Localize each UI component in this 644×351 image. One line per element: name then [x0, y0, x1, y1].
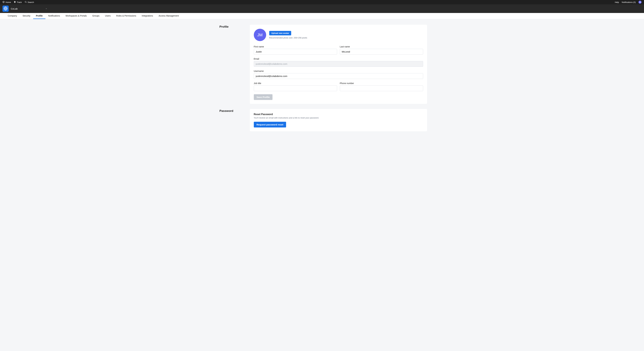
- cube-icon: [2, 1, 5, 4]
- globe-icon: [4, 6, 8, 11]
- last-name-label: Last name: [340, 46, 423, 48]
- profile-card: JM Upload new avatar Recommended photo s…: [250, 25, 427, 104]
- email-label: Email: [254, 58, 423, 60]
- nav-track-label: Track: [17, 1, 22, 4]
- request-password-reset-button[interactable]: Request password reset: [254, 122, 286, 128]
- nav-track[interactable]: Track: [14, 1, 22, 4]
- phone-input[interactable]: [340, 86, 423, 91]
- app-header: CoLab: [0, 4, 644, 13]
- nav-search[interactable]: Search: [24, 1, 34, 4]
- svg-point-0: [25, 1, 26, 2]
- app-name: CoLab: [11, 8, 18, 10]
- last-name-input[interactable]: [340, 49, 423, 54]
- upload-hint: Recommended photo size: 256×256 pixels: [269, 36, 307, 39]
- user-avatar-small[interactable]: JM: [638, 0, 642, 4]
- nav-notifications[interactable]: Notifications (0): [622, 1, 636, 4]
- avatar-initials: JM: [639, 2, 641, 3]
- reset-password-heading: Reset Password: [254, 113, 423, 116]
- tab-security[interactable]: Security: [20, 13, 33, 19]
- first-name-input[interactable]: [254, 49, 337, 54]
- username-input[interactable]: [254, 73, 423, 79]
- app-switcher[interactable]: CoLab: [11, 8, 47, 10]
- chevron-down-icon: [46, 8, 47, 10]
- password-section-title: Password: [217, 109, 245, 112]
- search-icon: [24, 1, 27, 4]
- stack-icon: [14, 1, 16, 4]
- user-avatar-large: JM: [254, 29, 266, 41]
- nav-notifications-label: Notifications (0): [622, 1, 636, 4]
- username-label: Username: [254, 70, 423, 72]
- tab-access-management[interactable]: Access Management: [156, 13, 182, 19]
- tab-users[interactable]: Users: [102, 13, 114, 19]
- avatar-row: JM Upload new avatar Recommended photo s…: [254, 29, 423, 41]
- job-title-label: Job title: [254, 82, 337, 84]
- avatar-large-initials: JM: [257, 32, 262, 38]
- profile-section-title: Profile: [217, 25, 245, 28]
- upload-avatar-button[interactable]: Upload new avatar: [269, 31, 291, 36]
- nav-help[interactable]: Help: [615, 1, 619, 4]
- job-title-input[interactable]: [254, 86, 337, 91]
- save-profile-button: Save Profile: [254, 94, 273, 100]
- password-section: Password Reset Password You'll receive a…: [217, 109, 427, 132]
- tab-company[interactable]: Company: [5, 13, 20, 19]
- tab-workspaces-portals[interactable]: Workspaces & Portals: [63, 13, 90, 19]
- nav-search-label: Search: [28, 1, 34, 4]
- tab-notifications[interactable]: Notifications: [46, 13, 63, 19]
- tab-profile[interactable]: Profile: [33, 13, 46, 19]
- app-logo[interactable]: [2, 6, 9, 12]
- nav-help-label: Help: [615, 1, 619, 4]
- reset-password-subtext: You'll receive an email with instruction…: [254, 117, 423, 119]
- content-area: Profile JM Upload new avatar Recommended…: [217, 19, 427, 142]
- tab-integrations[interactable]: Integrations: [139, 13, 156, 19]
- email-input: [254, 61, 423, 67]
- profile-section: Profile JM Upload new avatar Recommended…: [217, 25, 427, 104]
- first-name-label: First name: [254, 46, 337, 48]
- tab-groups[interactable]: Groups: [90, 13, 102, 19]
- nav-tabs: Company Security Profile Notifications W…: [0, 13, 644, 19]
- tab-roles-permissions[interactable]: Roles & Permissions: [114, 13, 139, 19]
- nav-home-label: Home: [6, 1, 11, 4]
- topbar: Home Track Search Help Notifications (0)…: [0, 0, 644, 4]
- nav-home[interactable]: Home: [2, 1, 11, 4]
- password-card: Reset Password You'll receive an email w…: [250, 109, 427, 132]
- phone-label: Phone number: [340, 82, 423, 84]
